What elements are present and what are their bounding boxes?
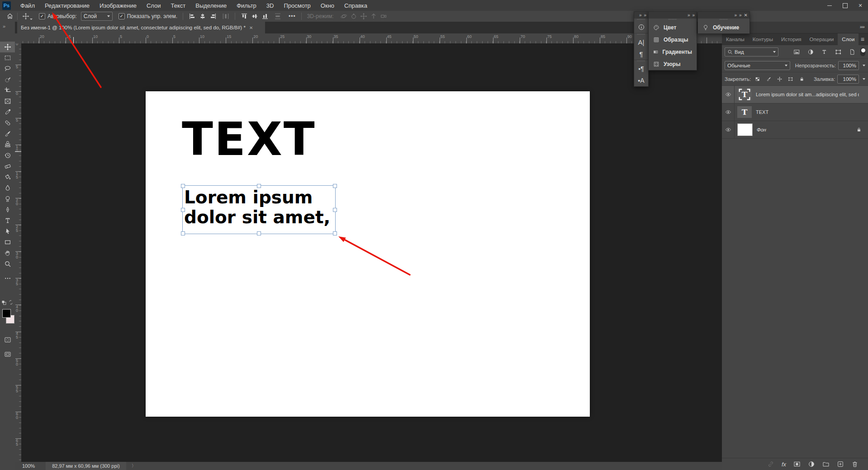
align-top-edges-icon[interactable] — [241, 13, 248, 20]
tool-move[interactable] — [0, 42, 15, 52]
handle-bottom-left[interactable] — [181, 231, 185, 235]
tab-layers[interactable]: Слои — [838, 33, 859, 45]
tool-rectangular-marquee[interactable] — [0, 52, 15, 63]
show-controls-checkbox[interactable]: ✓ — [119, 13, 125, 19]
layer-row-text[interactable]: T TEXT — [722, 103, 868, 121]
filter-adjustment-layers-icon[interactable] — [807, 48, 814, 56]
filter-shape-layers-icon[interactable] — [835, 48, 842, 56]
handle-middle-right[interactable] — [333, 208, 337, 212]
tool-eraser[interactable] — [0, 161, 15, 172]
panel-menu-icon[interactable]: ≡ — [861, 36, 864, 43]
collapse-icons-icon[interactable]: » — [639, 13, 641, 18]
status-chevron-icon[interactable]: 〉 — [132, 463, 136, 469]
menu-item-edit[interactable]: Редактирование — [40, 0, 95, 11]
layer-visibility-icon[interactable] — [725, 109, 731, 115]
close-learn-icon[interactable]: ✕ — [744, 13, 747, 18]
restore-button[interactable] — [837, 0, 853, 11]
layer-name[interactable]: Фон — [757, 127, 766, 132]
align-right-edges-icon[interactable] — [209, 13, 217, 20]
autoselect-target-select[interactable]: Слой — [81, 12, 113, 21]
tab-history[interactable]: История — [777, 33, 806, 45]
layer-visibility-icon[interactable] — [725, 127, 731, 133]
document-size-field[interactable]: 82,97 мм x 60,96 мм (300 ppi) — [46, 462, 126, 470]
filtering-toggle[interactable] — [860, 47, 865, 56]
minimize-button[interactable] — [822, 0, 837, 11]
character-styles-panel-icon[interactable]: ▪A — [634, 75, 648, 86]
tool-preset-chevron-icon[interactable] — [30, 19, 33, 20]
home-icon[interactable] — [6, 13, 14, 20]
chevron-down-icon[interactable] — [863, 65, 865, 66]
filter-pixel-layers-icon[interactable] — [793, 48, 800, 56]
tool-brush[interactable] — [0, 128, 15, 139]
menu-item-type[interactable]: Текст — [166, 0, 191, 11]
panel-item-learn[interactable]: Обучение — [698, 21, 749, 33]
handle-top-right[interactable] — [333, 184, 337, 188]
foreground-color-swatch[interactable] — [2, 309, 11, 318]
lock-position-icon[interactable] — [777, 76, 782, 82]
more-options-button[interactable]: ••• — [289, 13, 296, 19]
layer-thumbnail[interactable] — [737, 123, 753, 136]
paragraph-styles-panel-icon[interactable]: ▪¶ — [634, 63, 648, 75]
menu-item-3d[interactable]: 3D — [261, 0, 279, 11]
menu-item-file[interactable]: Файл — [15, 0, 40, 11]
handle-bottom-right[interactable] — [333, 231, 337, 235]
tool-quick-selection[interactable] — [0, 74, 15, 85]
document-canvas[interactable]: TEXT Lorem ipsum dolor sit amet, — [146, 91, 590, 417]
layer-row-background[interactable]: Фон — [722, 121, 868, 139]
opacity-input[interactable]: 100% — [838, 61, 859, 70]
tool-paint-bucket[interactable] — [0, 172, 15, 183]
close-button[interactable]: ✕ — [853, 0, 868, 11]
menu-item-view[interactable]: Просмотр — [279, 0, 315, 11]
quick-mask-button[interactable] — [0, 334, 15, 345]
layer-thumbnail[interactable]: T — [737, 106, 752, 118]
swap-colors-icon[interactable] — [8, 300, 14, 305]
align-left-edges-icon[interactable] — [189, 13, 196, 20]
tab-channels[interactable]: Каналы — [722, 33, 749, 45]
expand-toolbar-icon[interactable]: » — [3, 24, 5, 29]
filter-smart-objects-icon[interactable] — [849, 48, 856, 56]
align-vertical-centers-icon[interactable] — [251, 13, 258, 20]
new-adjustment-layer-icon[interactable] — [808, 461, 815, 468]
info-panel-icon[interactable] — [634, 21, 648, 33]
lock-pixels-icon[interactable] — [766, 76, 771, 82]
zoom-level-field[interactable]: 100% — [22, 463, 35, 469]
fill-input[interactable]: 100% — [837, 75, 859, 84]
handle-bottom-center[interactable] — [257, 231, 261, 235]
lock-transparency-icon[interactable] — [755, 76, 760, 82]
default-colors-icon[interactable] — [1, 300, 7, 306]
menu-item-window[interactable]: Окно — [316, 0, 339, 11]
tool-zoom[interactable] — [0, 258, 15, 269]
character-panel-icon[interactable]: A| — [634, 36, 648, 48]
close-tab-icon[interactable]: ✕ — [249, 25, 253, 30]
tool-blur[interactable] — [0, 183, 15, 193]
panel-item-color[interactable]: Цвет — [649, 21, 697, 33]
collapse-learn-icon[interactable]: » — [734, 13, 736, 18]
layer-visibility-icon[interactable] — [725, 91, 731, 98]
lock-artboard-icon[interactable] — [788, 76, 793, 82]
new-layer-icon[interactable] — [837, 461, 844, 468]
handle-top-center[interactable] — [257, 184, 261, 188]
tool-lasso[interactable] — [0, 63, 15, 74]
tool-hand[interactable] — [0, 248, 15, 258]
layer-name[interactable]: Lorem ipsum dolor sit am...adipiscing el… — [756, 92, 859, 97]
paragraph-panel-icon[interactable]: ¶ — [634, 48, 648, 60]
document-tab[interactable]: Без имени-1 @ 100% (Lorem ipsum dolor si… — [17, 22, 265, 33]
delete-layer-icon[interactable] — [851, 461, 859, 468]
layer-name[interactable]: TEXT — [756, 109, 768, 115]
tab-actions[interactable]: Операции — [806, 33, 838, 45]
layer-row-lorem[interactable]: T Lorem ipsum dolor sit am...adipiscing … — [722, 86, 868, 103]
align-horizontal-centers-icon[interactable] — [199, 13, 206, 20]
collapse-dock-icon[interactable]: »» — [860, 24, 864, 29]
menu-item-layers[interactable]: Слои — [142, 0, 166, 11]
panel-item-swatches[interactable]: Образцы — [649, 33, 697, 46]
handle-middle-left[interactable] — [181, 208, 185, 212]
tool-history-brush[interactable] — [0, 150, 15, 161]
text-layer-bounding-box[interactable]: Lorem ipsum dolor sit amet, — [182, 185, 336, 234]
layer-filter-select[interactable]: Вид — [725, 47, 778, 56]
chevron-down-icon[interactable] — [863, 78, 865, 80]
heading-text-object[interactable]: TEXT — [182, 117, 316, 162]
new-group-icon[interactable] — [822, 461, 830, 468]
filter-type-layers-icon[interactable] — [821, 48, 828, 56]
collapse-color-flyout-icon[interactable]: » — [688, 13, 690, 18]
lock-all-icon[interactable] — [799, 76, 804, 82]
